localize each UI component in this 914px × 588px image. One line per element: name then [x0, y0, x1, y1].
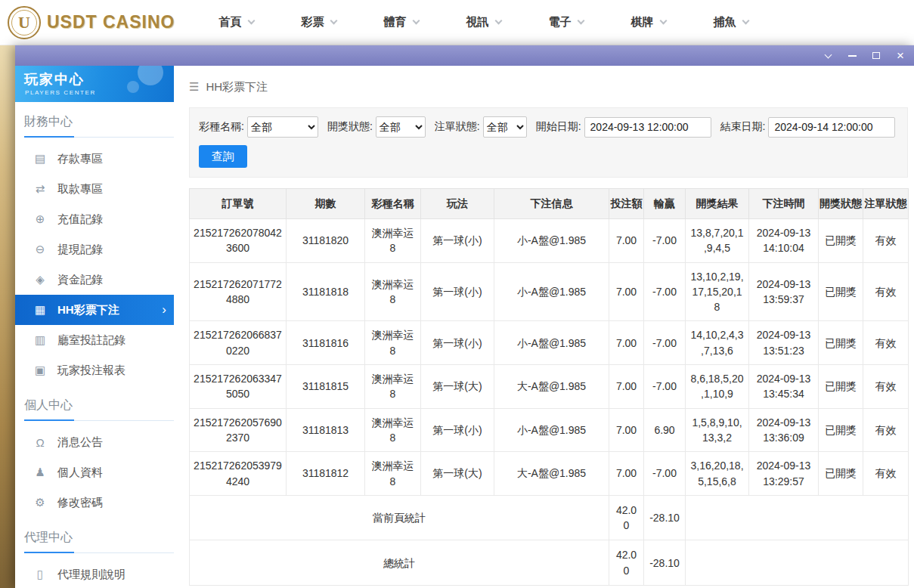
- bet-time-cell: 2024-09-13 13:45:34: [749, 365, 819, 409]
- chevron-right-icon: ›: [162, 302, 166, 317]
- start-date-input[interactable]: [584, 117, 711, 138]
- nav-item-fishing[interactable]: 捕魚: [713, 15, 748, 29]
- lottery-name-cell: 澳洲幸运8: [365, 452, 421, 496]
- sidebar-item-hall-bet-records[interactable]: ▥ 廳室投註記錄: [15, 325, 174, 355]
- chevron-down-icon: [495, 17, 503, 25]
- bet-info-cell: 小-A盤@1.985: [494, 408, 609, 452]
- table-row: 2152172620576902370 31181813 澳洲幸运8 第一球(小…: [190, 408, 909, 452]
- draw-status-select[interactable]: 全部: [376, 116, 426, 138]
- top-navbar: U USDT CASINO 首頁 彩票 體育 視訊 電子 棋牌 捕魚: [0, 0, 914, 45]
- query-button[interactable]: 查詢: [199, 145, 247, 168]
- window-maximize-icon[interactable]: [867, 48, 885, 63]
- col-draw-result: 開獎結果: [686, 189, 749, 219]
- lottery-name-cell: 澳洲幸运8: [365, 262, 421, 321]
- sidebar-item-profile[interactable]: ♟ 個人資料: [15, 457, 174, 487]
- hamburger-menu-icon[interactable]: ☰: [189, 80, 199, 94]
- page-total-bet: 42.00: [609, 495, 644, 540]
- nav-item-home[interactable]: 首頁: [218, 15, 254, 29]
- order-status-cell: 有效: [863, 262, 909, 321]
- bet-amount-cell: 7.00: [609, 452, 644, 496]
- main-content: ☰ HH彩票下注 彩種名稱: 全部 開獎狀態:: [174, 66, 914, 588]
- table-row: 2152172620668370220 31181816 澳洲幸运8 第一球(小…: [190, 321, 909, 365]
- end-date-label: 結束日期:: [720, 120, 766, 134]
- window-close-icon[interactable]: ×: [891, 48, 909, 63]
- col-winloss: 輸贏: [644, 189, 686, 219]
- sidebar-item-hh-lottery-bets[interactable]: ▦ HH彩票下注 ›: [15, 295, 174, 325]
- sidebar-item-withdraw-records[interactable]: ⊖ 提現記錄: [15, 234, 174, 265]
- sidebar-item-label: 個人資料: [57, 466, 103, 480]
- site-logo[interactable]: U USDT CASINO: [8, 6, 175, 39]
- bet-info-cell: 小-A盤@1.985: [494, 321, 609, 365]
- players-center-subtitle: PLAYERS CENTER: [15, 89, 174, 96]
- period-cell: 31181812: [287, 452, 365, 496]
- nav-label: 棋牌: [631, 15, 653, 29]
- report-icon: ▣: [33, 364, 47, 377]
- sidebar-item-label: 資金記錄: [57, 273, 103, 287]
- grand-total-winloss: -28.10: [644, 540, 686, 586]
- col-lottery-name: 彩種名稱: [365, 189, 421, 219]
- sidebar: 玩家中心 PLAYERS CENTER 財務中心 ▤ 存款專區 ⇄ 取款專區 ⊕: [15, 66, 174, 588]
- sidebar-item-label: 代理規則說明: [57, 568, 125, 582]
- bet-amount-cell: 7.00: [609, 262, 644, 321]
- logo-emblem-icon: U: [8, 6, 41, 39]
- col-period: 期數: [287, 189, 365, 219]
- sidebar-item-agent-rules[interactable]: ▯ 代理規則說明: [15, 559, 174, 588]
- draw-status-cell: 已開獎: [819, 219, 863, 263]
- page-title-row: ☰ HH彩票下注: [189, 76, 908, 97]
- bet-time-cell: 2024-09-13 13:59:37: [749, 262, 819, 321]
- background-page-strip: [0, 45, 15, 588]
- nav-item-card-games[interactable]: 棋牌: [631, 15, 666, 29]
- window-minimize-icon[interactable]: [843, 48, 861, 63]
- wallet-icon: ▤: [33, 152, 47, 166]
- grand-total-row: 總統計 42.00 -28.10: [190, 540, 909, 586]
- play-type-cell: 第一球(小): [421, 408, 494, 452]
- sidebar-item-change-password[interactable]: ⚙ 修改密碼: [15, 487, 174, 518]
- lottery-name-cell: 澳洲幸运8: [365, 408, 421, 452]
- section-title-personal: 個人中心: [24, 398, 174, 421]
- window-collapse-icon[interactable]: [819, 48, 837, 63]
- lottery-name-cell: 澳洲幸运8: [365, 365, 421, 409]
- document-icon: ▯: [33, 568, 47, 581]
- nav-item-sports[interactable]: 體育: [383, 15, 419, 29]
- winloss-cell: 6.90: [644, 408, 686, 452]
- nav-item-lottery[interactable]: 彩票: [301, 15, 336, 29]
- period-cell: 31181813: [287, 408, 365, 452]
- play-type-cell: 第一球(大): [421, 452, 494, 496]
- chevron-down-icon: [248, 17, 256, 25]
- modal-titlebar[interactable]: ×: [15, 45, 914, 66]
- order-status-cell: 有效: [863, 365, 909, 409]
- sidebar-item-label: 取款專區: [57, 182, 103, 197]
- lottery-name-select[interactable]: 全部: [247, 116, 318, 138]
- winloss-cell: -7.00: [644, 321, 686, 365]
- period-cell: 31181820: [287, 219, 365, 263]
- table-row: 2152172620780423600 31181820 澳洲幸运8 第一球(小…: [190, 219, 909, 263]
- lottery-name-cell: 澳洲幸运8: [365, 219, 421, 263]
- end-date-input[interactable]: [768, 117, 895, 138]
- sidebar-item-label: HH彩票下注: [57, 303, 119, 317]
- sidebar-item-label: 存款專區: [57, 152, 103, 166]
- lottery-name-label: 彩種名稱:: [199, 120, 244, 134]
- draw-status-label: 開獎狀態:: [327, 120, 373, 134]
- gear-icon: ⚙: [33, 496, 47, 509]
- sidebar-item-label: 玩家投注報表: [57, 364, 125, 378]
- page-total-winloss: -28.10: [644, 495, 686, 540]
- sidebar-item-label: 提現記錄: [57, 243, 103, 257]
- order-status-cell: 有效: [863, 219, 909, 263]
- sidebar-item-announcements[interactable]: Ω 消息公告: [15, 427, 174, 457]
- chevron-down-icon: [413, 17, 420, 25]
- draw-result-cell: 3,16,20,18,5,15,6,8: [686, 452, 749, 496]
- logo-text: USDT CASINO: [47, 12, 175, 32]
- sidebar-item-withdraw[interactable]: ⇄ 取款專區: [15, 174, 174, 204]
- draw-result-cell: 14,10,2,4,3,7,13,6: [686, 321, 749, 365]
- sidebar-item-player-bet-report[interactable]: ▣ 玩家投注報表: [15, 355, 174, 385]
- sidebar-item-deposit[interactable]: ▤ 存款專區: [15, 144, 174, 174]
- nav-item-live-video[interactable]: 視訊: [466, 15, 501, 29]
- sidebar-item-funds-records[interactable]: ◈ 資金記錄: [15, 265, 174, 295]
- period-cell: 31181816: [287, 321, 365, 365]
- nav-item-slots[interactable]: 電子: [548, 15, 584, 29]
- grand-total-label: 總統計: [190, 540, 609, 586]
- order-status-select[interactable]: 全部: [483, 116, 527, 138]
- nav-label: 電子: [548, 15, 571, 29]
- order-number-cell: 2152172620633475050: [190, 365, 287, 409]
- sidebar-item-recharge-records[interactable]: ⊕ 充值記錄: [15, 204, 174, 234]
